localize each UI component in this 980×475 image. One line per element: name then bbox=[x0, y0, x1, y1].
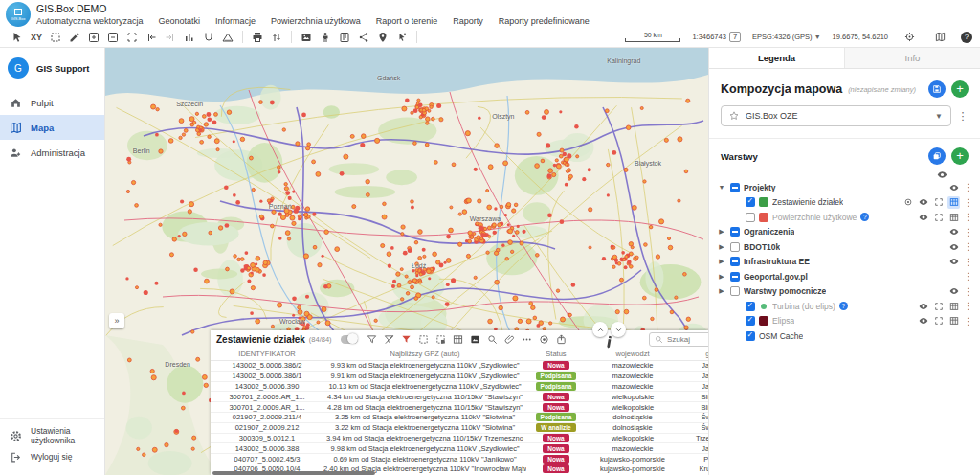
layer-checkbox[interactable] bbox=[746, 302, 755, 311]
expander-icon[interactable]: ▶ bbox=[717, 258, 726, 265]
special-select-tool-icon[interactable] bbox=[392, 29, 412, 46]
sidebar-item-administracja[interactable]: Administracja bbox=[0, 140, 104, 165]
column-header-3[interactable]: wojewodzt bbox=[586, 350, 679, 358]
layer-table-icon[interactable] bbox=[947, 196, 960, 209]
expander-icon[interactable]: ▶ bbox=[717, 228, 726, 236]
layer-table-icon[interactable] bbox=[947, 315, 960, 328]
filter-icon[interactable] bbox=[365, 331, 380, 347]
layer-eye-icon[interactable] bbox=[947, 181, 960, 193]
layer-kebab-icon[interactable]: ⋮ bbox=[963, 241, 974, 252]
sidebar-footer-logout[interactable]: Wyloguj się bbox=[0, 446, 104, 467]
layer-kebab-icon[interactable]: ⋮ bbox=[963, 271, 974, 282]
layer-expand-icon[interactable] bbox=[932, 196, 945, 209]
layer-help-icon[interactable]: ? bbox=[860, 213, 869, 221]
basemap-icon[interactable] bbox=[930, 29, 949, 46]
layer-row-ograniczenia[interactable]: ▶Ograniczenia⋮ bbox=[717, 225, 974, 240]
chart-tool-icon[interactable] bbox=[180, 29, 199, 46]
layer-row-projekty[interactable]: ▼Projekty⋮ bbox=[717, 180, 974, 195]
layer-eye-icon[interactable] bbox=[917, 300, 929, 312]
map-collapse-button[interactable]: » bbox=[109, 313, 124, 328]
add-composition-button[interactable]: + bbox=[951, 80, 969, 98]
layer-kebab-icon[interactable]: ⋮ bbox=[963, 257, 974, 267]
share-tool-icon[interactable] bbox=[354, 29, 373, 46]
layer-kebab-icon[interactable]: ⋮ bbox=[963, 227, 974, 238]
table-row[interactable]: 300701_2.0009.AR_1...4.28 km od Stacja e… bbox=[211, 402, 708, 413]
column-header-1[interactable]: Najbliższy GPZ (auto) bbox=[323, 350, 526, 358]
table-row[interactable]: 021907_2.0009.2123.22 km od Stacja elekt… bbox=[211, 423, 708, 434]
layer-checkbox[interactable] bbox=[746, 331, 755, 341]
layer-checkbox[interactable] bbox=[730, 242, 740, 252]
chevron-down-icon[interactable] bbox=[611, 322, 626, 337]
more-icon[interactable] bbox=[520, 331, 535, 347]
tab-info[interactable]: Info bbox=[844, 48, 980, 68]
layer-row-powierzchnie-u-ytkowe[interactable]: Powierzchnie użytkowe?⋮ bbox=[717, 210, 974, 225]
layer-kebab-icon[interactable]: ⋮ bbox=[963, 212, 974, 222]
elevation-tool-icon[interactable] bbox=[267, 29, 286, 46]
export-icon[interactable] bbox=[554, 331, 569, 347]
composition-select[interactable]: GIS.Box OZE ▼ bbox=[721, 105, 951, 126]
layer-kebab-icon[interactable]: ⋮ bbox=[963, 182, 974, 192]
full-extent-tool-icon[interactable] bbox=[122, 29, 142, 46]
coordinates-tool[interactable]: XY bbox=[27, 29, 46, 46]
draw-tool-icon[interactable] bbox=[65, 29, 84, 46]
column-header-4[interactable]: gmina bbox=[679, 350, 708, 358]
active-filter-icon[interactable] bbox=[399, 331, 414, 347]
column-header-0[interactable]: IDENTYFIKATOR bbox=[211, 350, 323, 358]
layer-eye-icon[interactable] bbox=[947, 285, 960, 298]
layer-row-turbina-do-elips-[interactable]: Turbina (do elips)?⋮ bbox=[717, 299, 974, 314]
column-header-2[interactable]: Status bbox=[526, 350, 586, 358]
layer-row-bdot10k[interactable]: ▶BDOT10k⋮ bbox=[717, 239, 974, 255]
layer-kebab-icon[interactable]: ⋮ bbox=[963, 316, 974, 327]
table-row[interactable]: 143002_5.0006.386/19.91 km od Stacja ele… bbox=[211, 372, 708, 382]
sidebar-footer-gear[interactable]: Ustawienia użytkownika bbox=[0, 425, 104, 446]
table-filter-toggle[interactable] bbox=[341, 335, 358, 344]
zoom-out-box-tool-icon[interactable] bbox=[103, 29, 122, 46]
composition-kebab-icon[interactable]: ⋮ bbox=[957, 110, 969, 123]
layer-checkbox[interactable] bbox=[730, 227, 740, 237]
layer-checkbox[interactable] bbox=[730, 257, 740, 266]
user-row[interactable]: G GIS Support bbox=[0, 48, 104, 90]
table-row[interactable]: 040707_5.0002.45/30.69 km od Stacja elek… bbox=[211, 454, 708, 464]
layer-row-osm-cache[interactable]: OSM Cache bbox=[717, 328, 974, 344]
layer-row-warstwy-pomocnicze[interactable]: ▶Warstwy pomocnicze⋮ bbox=[717, 284, 974, 300]
zoom-in-box-tool-icon[interactable] bbox=[84, 29, 103, 46]
previous-view-tool-icon[interactable] bbox=[142, 29, 161, 46]
menu-item-informacje[interactable]: Informacje bbox=[215, 16, 256, 26]
layer-row-elipsa[interactable]: Elipsa⋮ bbox=[717, 314, 974, 329]
attachment-icon[interactable] bbox=[502, 331, 518, 347]
layer-expand-icon[interactable] bbox=[932, 300, 945, 312]
center-map-icon[interactable] bbox=[900, 29, 919, 46]
layer-eye-icon[interactable] bbox=[917, 211, 929, 223]
menu-item-raport-o-terenie[interactable]: Raport o terenie bbox=[376, 16, 438, 26]
save-composition-button[interactable] bbox=[928, 80, 946, 98]
street-view-tool-icon[interactable] bbox=[316, 29, 335, 46]
layer-checkbox[interactable] bbox=[730, 272, 740, 282]
layer-eye-icon[interactable] bbox=[917, 315, 929, 328]
clear-filter-icon[interactable] bbox=[382, 331, 397, 347]
layer-checkbox[interactable] bbox=[730, 183, 740, 192]
layer-kebab-icon[interactable]: ⋮ bbox=[963, 301, 974, 311]
columns-icon[interactable] bbox=[451, 331, 466, 347]
layer-expand-icon[interactable] bbox=[932, 211, 945, 223]
layer-kebab-icon[interactable]: ⋮ bbox=[963, 286, 974, 297]
manage-layers-button[interactable] bbox=[928, 147, 946, 165]
print-tool-icon[interactable] bbox=[248, 29, 267, 46]
eye-icon[interactable] bbox=[937, 170, 947, 180]
table-horizontal-scrollbar[interactable] bbox=[212, 471, 708, 475]
layer-checkbox[interactable] bbox=[746, 197, 755, 207]
snapshot-icon[interactable] bbox=[468, 331, 483, 347]
expander-icon[interactable]: ▶ bbox=[717, 273, 726, 281]
layer-row-zestawienie-dzia-ek[interactable]: Zestawienie działek⋮ bbox=[717, 195, 974, 211]
layer-target-icon[interactable] bbox=[902, 196, 914, 209]
help-icon[interactable]: ? bbox=[961, 32, 972, 43]
expander-icon[interactable]: ▶ bbox=[717, 287, 726, 295]
tab-legenda[interactable]: Legenda bbox=[709, 48, 844, 68]
layer-checkbox[interactable] bbox=[746, 213, 755, 222]
table-row[interactable]: 143002_5.0006.386/29.93 km od Stacja ele… bbox=[211, 361, 708, 372]
layer-kebab-icon[interactable]: ⋮ bbox=[963, 197, 974, 208]
expander-icon[interactable]: ▶ bbox=[717, 243, 726, 251]
locate-icon[interactable] bbox=[537, 331, 552, 347]
table-search-input[interactable] bbox=[667, 335, 708, 344]
menu-item-raporty-predefiniowane[interactable]: Raporty predefiniowane bbox=[499, 16, 590, 26]
layer-eye-icon[interactable] bbox=[947, 256, 960, 268]
